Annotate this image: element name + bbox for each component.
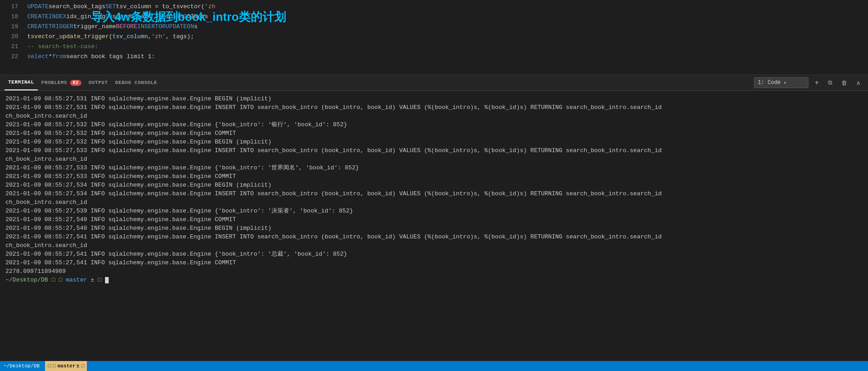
- code-token: s: [194, 22, 198, 32]
- code-token: idx_gin_tag: [66, 12, 105, 22]
- git-branch-badge[interactable]: □ □ master ± □: [45, 361, 87, 371]
- code-token: BEFORE: [116, 22, 137, 32]
- code-token: tsv_column = to_tsvector(: [116, 2, 205, 12]
- collapse-button[interactable]: ∧: [853, 79, 863, 87]
- code-line: tsvector_update_trigger(tsv_column, 'zh'…: [27, 32, 863, 42]
- tab-label: TERMINAL: [8, 79, 34, 85]
- code-token: OR: [159, 22, 166, 32]
- terminal-line: 2021-01-09 08:55:27,531 INFO sqlalchemy.…: [5, 94, 863, 103]
- code-token: trigger_name: [73, 22, 116, 32]
- status-bar: ~/Desktop/DB □ □ master ± □: [0, 361, 868, 371]
- code-token: 'zh': [151, 32, 166, 42]
- line-number: 22: [9, 52, 18, 62]
- terminal-line: 2021-01-09 08:55:27,540 INFO sqlalchemy.…: [5, 215, 863, 224]
- code-token: , tags);: [166, 32, 194, 42]
- code-token: GIN(ts: [187, 12, 208, 22]
- terminal-line: 2021-01-09 08:55:27,541 INFO sqlalchemy.…: [5, 258, 863, 267]
- tab-terminal[interactable]: TERMINAL: [5, 75, 38, 90]
- chevron-down-icon: ▾: [783, 79, 787, 86]
- terminal-prompt: ~/Desktop/DB □ □ master ± □: [5, 276, 863, 284]
- code-line: select * from search book tags limit 1:: [27, 52, 863, 62]
- tab-bar-right: 1: Code ▾ + ⧉ 🗑 ∧: [754, 77, 863, 88]
- terminal-line: 2021-01-09 08:55:27,539 INFO sqlalchemy.…: [5, 207, 863, 215]
- terminal-content[interactable]: 2021-01-09 08:55:27,531 INFO sqlalchemy.…: [0, 91, 868, 361]
- tab-bar: TERMINALPROBLEMS82OUTPUTDEBUG CONSOLE 1:…: [0, 75, 868, 91]
- code-token: from: [52, 52, 66, 62]
- code-token: UPDATE: [166, 22, 187, 32]
- trash-button[interactable]: 🗑: [838, 79, 850, 87]
- line-numbers: 171819202122: [0, 0, 23, 74]
- git-branch-label: master: [57, 363, 75, 369]
- terminal-line: 2021-01-09 08:55:27,532 INFO sqlalchemy.…: [5, 138, 863, 146]
- terminal-line: 2021-01-09 08:55:27,533 INFO sqlalchemy.…: [5, 146, 863, 155]
- code-token: tsv_column: [112, 32, 148, 42]
- code-line: UPDATE search_book_tags SET tsv_column =…: [27, 2, 863, 12]
- plus-minus-icon: ±: [76, 363, 80, 369]
- terminal-line: 2021-01-09 08:55:27,532 INFO sqlalchemy.…: [5, 129, 863, 138]
- terminal-line: 2021-01-09 08:55:27,534 INFO sqlalchemy.…: [5, 189, 863, 198]
- terminal-line: ch_book_intro.search_id: [5, 241, 863, 250]
- terminal-line: ch_book_intro.search_id: [5, 198, 863, 207]
- terminal-line: ch_book_intro.search_id: [5, 155, 863, 163]
- line-number: 21: [9, 42, 18, 52]
- square-icon: □: [48, 363, 51, 369]
- line-number: 18: [9, 12, 18, 22]
- terminal-line: 2021-01-09 08:55:27,534 INFO sqlalchemy.…: [5, 181, 863, 189]
- code-token: INDEX: [49, 12, 66, 22]
- terminal-line: 2021-01-09 08:55:27,541 INFO sqlalchemy.…: [5, 250, 863, 258]
- code-token: INSERT: [137, 22, 159, 32]
- terminal-dropdown[interactable]: 1: Code ▾: [754, 77, 808, 88]
- tab-label: PROBLEMS: [41, 80, 67, 85]
- git-path: ~/Desktop/DB: [4, 363, 40, 369]
- terminal-line: 2021-01-09 08:55:27,531 INFO sqlalchemy.…: [5, 103, 863, 112]
- code-token: ON: [187, 22, 194, 32]
- line-number: 19: [9, 22, 18, 32]
- tab-label: DEBUG CONSOLE: [115, 80, 157, 85]
- split-terminal-button[interactable]: ⧉: [825, 78, 835, 87]
- dropdown-label: 1: Code: [758, 79, 781, 86]
- code-token: USING: [169, 12, 187, 22]
- terminal-line: ch_book_intro.search_id: [5, 112, 863, 120]
- terminal-line: 2021-01-09 08:55:27,533 INFO sqlalchemy.…: [5, 163, 863, 172]
- code-token: -- search-test-case:: [27, 42, 98, 52]
- code-panel: 171819202122 UPDATE search_book_tags SET…: [0, 0, 868, 74]
- tab-debug-console[interactable]: DEBUG CONSOLE: [111, 75, 161, 90]
- code-token: SET: [105, 2, 116, 12]
- code-token: search book tags limit 1:: [66, 52, 155, 62]
- code-token: search_book_tags: [112, 12, 169, 22]
- line-number: 20: [9, 32, 18, 42]
- code-token: *: [49, 52, 52, 62]
- problems-badge: 82: [70, 80, 81, 86]
- tab-output[interactable]: OUTPUT: [85, 75, 112, 90]
- code-content: UPDATE search_book_tags SET tsv_column =…: [23, 0, 868, 74]
- code-token: ON: [105, 12, 113, 22]
- code-token: CREATE: [27, 12, 49, 22]
- code-line: CREATE INDEX idx_gin_tag ON search_book_…: [27, 12, 863, 22]
- terminal-icon: □: [81, 363, 85, 369]
- code-token: CREATE: [27, 22, 49, 32]
- code-line: CREATE TRIGGER trigger_name BEFORE INSER…: [27, 22, 863, 32]
- terminal-line: 2021-01-09 08:55:27,532 INFO sqlalchemy.…: [5, 120, 863, 129]
- tab-problems[interactable]: PROBLEMS82: [38, 75, 85, 90]
- terminal-line: 2021-01-09 08:55:27,533 INFO sqlalchemy.…: [5, 172, 863, 181]
- code-token: UPDATE: [27, 2, 49, 12]
- tab-label: OUTPUT: [89, 80, 108, 85]
- terminal-line: 2021-01-09 08:55:27,540 INFO sqlalchemy.…: [5, 224, 863, 232]
- add-terminal-button[interactable]: +: [812, 78, 822, 88]
- code-token: ,: [148, 32, 151, 42]
- code-line: -- search-test-case:: [27, 42, 863, 52]
- line-number: 17: [9, 2, 18, 12]
- terminal-line: 2021-01-09 08:55:27,541 INFO sqlalchemy.…: [5, 232, 863, 241]
- square-icon2: □: [53, 363, 56, 369]
- code-token: TRIGGER: [49, 22, 74, 32]
- code-section: 171819202122 UPDATE search_book_tags SET…: [0, 0, 868, 75]
- code-token: search_book_tags: [49, 2, 105, 12]
- code-token: select: [27, 52, 49, 62]
- code-token: 'zh: [205, 2, 215, 12]
- path-label: ~/Desktop/DB: [4, 363, 40, 369]
- terminal-line: 2278.099711894989: [5, 267, 863, 276]
- code-token: tsvector_update_trigger(: [27, 32, 112, 42]
